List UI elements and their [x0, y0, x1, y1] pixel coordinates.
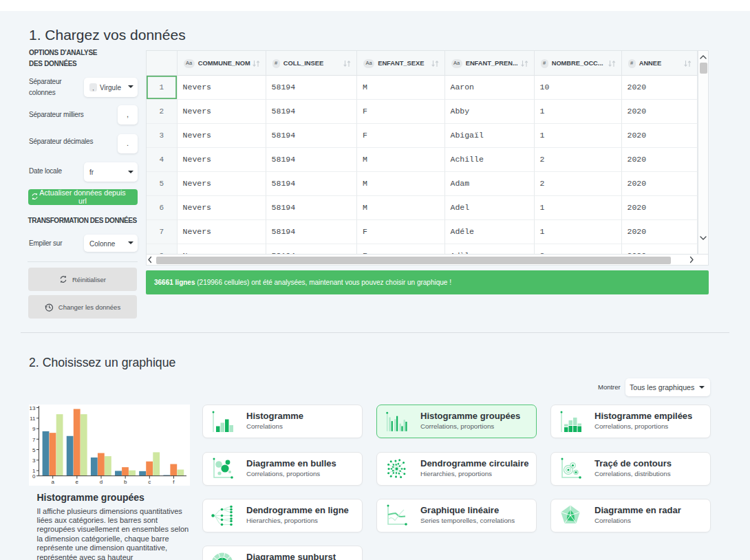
- svg-text:3: 3: [32, 457, 36, 464]
- svg-text:d: d: [99, 479, 102, 485]
- svg-text:13: 13: [29, 405, 35, 411]
- svg-text:11: 11: [30, 416, 36, 422]
- svg-text:1: 1: [32, 468, 36, 474]
- svg-text:9: 9: [32, 426, 36, 432]
- svg-text:c: c: [148, 479, 151, 485]
- svg-text:5: 5: [32, 447, 36, 453]
- svg-text:a: a: [51, 479, 54, 485]
- svg-text:e: e: [75, 479, 78, 485]
- svg-text:b: b: [123, 479, 127, 485]
- svg-text:7: 7: [32, 437, 36, 443]
- svg-text:f: f: [173, 479, 175, 485]
